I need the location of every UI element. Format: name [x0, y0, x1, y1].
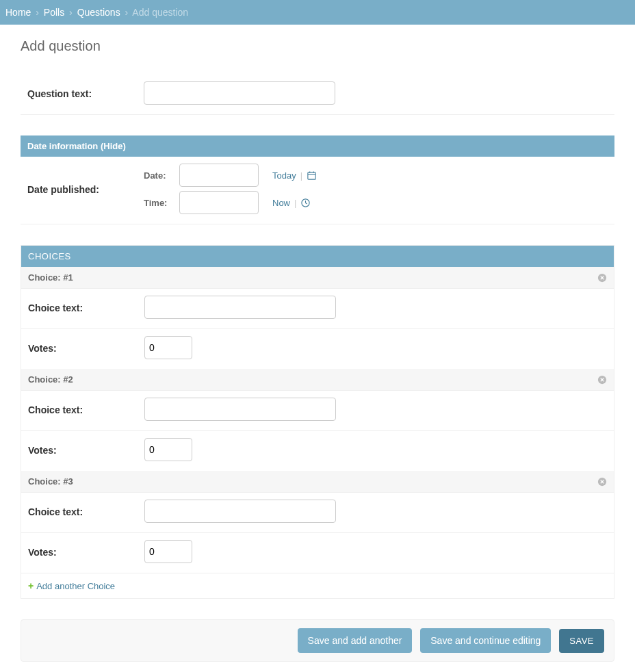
- date-info-header: Date information (Hide): [21, 135, 614, 157]
- save-add-another-button[interactable]: Save and add another: [298, 628, 413, 653]
- breadcrumb: Home › Polls › Questions › Add question: [0, 0, 635, 25]
- date-info-module: Date information (Hide) Date published: …: [21, 135, 614, 224]
- question-text-label: Question text:: [27, 87, 144, 99]
- plus-icon: +: [28, 580, 34, 591]
- date-line: Date: Today |: [144, 164, 317, 187]
- submit-row: Save and add another Save and continue e…: [21, 619, 614, 662]
- add-another-choice-label: Add another Choice: [36, 581, 115, 591]
- question-text-row: Question text:: [21, 75, 614, 115]
- add-another-choice-link[interactable]: + Add another Choice: [28, 580, 115, 591]
- choice-text-input[interactable]: [144, 500, 336, 523]
- pipe-separator: |: [300, 170, 302, 181]
- calendar-icon[interactable]: [307, 170, 317, 181]
- breadcrumb-questions[interactable]: Questions: [77, 7, 120, 18]
- save-continue-button[interactable]: Save and continue editing: [420, 628, 551, 653]
- choice-inline: Choice: #1 Choice text: Votes:: [21, 267, 614, 369]
- choices-title: CHOICES: [21, 246, 614, 267]
- date-sub-label: Date:: [144, 170, 174, 181]
- breadcrumb-polls[interactable]: Polls: [44, 7, 64, 18]
- choice-text-label: Choice text:: [28, 403, 144, 415]
- question-text-module: Question text:: [21, 75, 614, 115]
- page-title: Add question: [21, 38, 614, 54]
- choice-text-label: Choice text:: [28, 505, 144, 517]
- time-input[interactable]: [179, 191, 259, 214]
- date-info-hide-link[interactable]: (Hide): [101, 141, 126, 151]
- choice-text-input[interactable]: [144, 398, 336, 421]
- time-sub-label: Time:: [144, 198, 174, 208]
- today-link[interactable]: Today: [272, 170, 296, 181]
- delete-choice-icon[interactable]: [597, 273, 607, 283]
- choices-inline-group: CHOICES Choice: #1 Choice text: Votes: C…: [21, 245, 614, 599]
- clock-icon[interactable]: [300, 198, 311, 208]
- choice-text-input[interactable]: [144, 296, 336, 319]
- delete-choice-icon[interactable]: [597, 477, 607, 487]
- question-text-input[interactable]: [144, 81, 335, 105]
- breadcrumb-separator: ›: [36, 7, 39, 18]
- date-published-label: Date published:: [27, 183, 144, 195]
- now-link[interactable]: Now: [272, 198, 290, 208]
- breadcrumb-current: Add question: [132, 7, 188, 18]
- choice-header: Choice: #1: [28, 272, 73, 283]
- votes-input[interactable]: [144, 540, 192, 563]
- choice-text-label: Choice text:: [28, 301, 144, 313]
- save-button[interactable]: SAVE: [559, 629, 604, 653]
- votes-label: Votes:: [28, 545, 144, 558]
- votes-input[interactable]: [144, 438, 192, 461]
- time-line: Time: Now |: [144, 191, 317, 214]
- breadcrumb-separator: ›: [69, 7, 73, 18]
- breadcrumb-home[interactable]: Home: [5, 7, 31, 18]
- choice-header: Choice: #2: [28, 374, 73, 385]
- votes-label: Votes:: [28, 443, 144, 456]
- choice-header: Choice: #3: [28, 476, 73, 487]
- pipe-separator: |: [294, 198, 296, 208]
- svg-rect-0: [308, 172, 315, 179]
- votes-label: Votes:: [28, 341, 144, 354]
- svg-line-6: [306, 203, 307, 203]
- delete-choice-icon[interactable]: [597, 375, 607, 385]
- choice-inline: Choice: #2 Choice text: Votes:: [21, 369, 614, 471]
- breadcrumb-separator: ›: [125, 7, 129, 18]
- choice-inline: Choice: #3 Choice text: Votes:: [21, 471, 614, 573]
- date-input[interactable]: [179, 164, 259, 187]
- votes-input[interactable]: [144, 336, 192, 359]
- date-info-title: Date information: [27, 141, 98, 151]
